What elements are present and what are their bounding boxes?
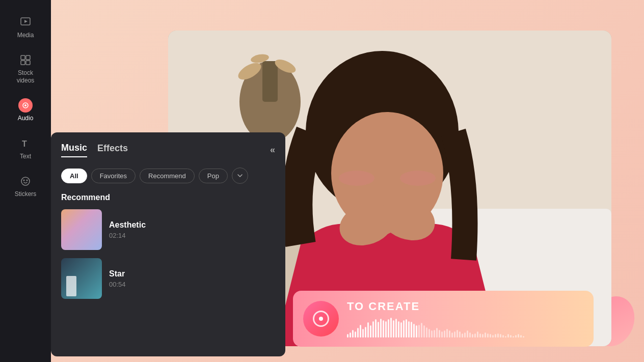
waveform-bar: [436, 328, 438, 338]
waveform-bar: [406, 319, 407, 338]
waveform-bar: [421, 323, 422, 338]
waveform-bar: [520, 335, 522, 338]
sidebar-item-text[interactable]: T Text: [5, 131, 46, 165]
waveform-bar: [383, 320, 384, 338]
waveform-bar: [505, 336, 506, 338]
waveform-bar: [362, 329, 364, 338]
audio-icon: [18, 98, 33, 113]
waveform-bar: [441, 331, 443, 338]
sidebar-item-audio-label: Audio: [18, 115, 34, 122]
sidebar-item-stickers-label: Stickers: [15, 190, 37, 198]
svg-point-11: [26, 179, 28, 181]
filter-all[interactable]: All: [61, 169, 87, 183]
filter-recommend[interactable]: Recommend: [140, 169, 195, 183]
waveform-bar: [467, 330, 468, 338]
waveform-bar: [457, 330, 458, 338]
media-icon: [18, 15, 33, 30]
music-duration-aesthetic: 02:14: [109, 232, 275, 239]
sidebar-item-media-label: Media: [17, 32, 34, 39]
waveform-bar: [474, 333, 476, 338]
sidebar-item-stock-label: Stock videos: [9, 69, 42, 84]
waveform-bar: [485, 332, 486, 338]
player-disc-dot: [319, 317, 323, 321]
left-sidebar: Media Stock videos Audio T: [0, 0, 51, 362]
waveform-bar: [418, 325, 420, 338]
waveform-bar: [495, 334, 496, 338]
sidebar-item-audio[interactable]: Audio: [5, 93, 46, 127]
player-disc: [303, 301, 339, 337]
waveform-bar: [518, 334, 519, 338]
waveform-bar: [360, 325, 361, 338]
waveform-bar: [462, 333, 463, 338]
waveform-bar: [380, 319, 382, 338]
waveform-bar: [352, 330, 354, 338]
waveform-bar: [515, 335, 517, 338]
waveform-bar: [431, 330, 433, 338]
svg-rect-3: [26, 55, 30, 60]
waveform-bar: [378, 322, 379, 338]
sidebar-item-media[interactable]: Media: [5, 10, 46, 44]
tab-music[interactable]: Music: [61, 143, 87, 157]
filter-favorites[interactable]: Favorites: [91, 169, 136, 183]
waveform-bar: [411, 322, 412, 338]
svg-point-9: [21, 177, 30, 185]
waveform-bar: [459, 331, 461, 338]
sidebar-item-text-label: Text: [20, 153, 31, 160]
waveform-bar: [472, 334, 473, 338]
waveform-bar: [403, 320, 405, 338]
music-info-star: Star 00:54: [109, 269, 275, 288]
waveform-bar: [388, 319, 389, 338]
waveform-bar: [372, 321, 374, 338]
waveform-bar: [490, 334, 491, 338]
sidebar-item-stock-videos[interactable]: Stock videos: [5, 48, 46, 89]
waveform-bar: [492, 335, 494, 338]
music-item-star[interactable]: Star 00:54: [61, 258, 275, 299]
waveform-bar: [454, 331, 455, 338]
filter-row: All Favorites Recommend Pop: [61, 168, 275, 184]
music-thumbnail-aesthetic: [61, 209, 102, 250]
waveform-bar: [357, 328, 359, 338]
svg-point-24: [339, 171, 374, 186]
svg-rect-2: [21, 55, 25, 60]
filter-pop[interactable]: Pop: [199, 169, 228, 183]
waveform-bar: [497, 333, 499, 338]
waveform-bar: [428, 329, 430, 338]
section-heading-recommend: Recommend: [61, 193, 275, 202]
music-panel: Music Effects « All Favorites Recommend …: [51, 132, 285, 356]
player-disc-inner: [313, 311, 329, 327]
stock-videos-icon: [18, 53, 33, 67]
waveform-bar: [408, 321, 410, 338]
waveform-bar: [523, 336, 524, 338]
waveform-bar: [350, 332, 351, 338]
waveform-bar: [413, 324, 415, 338]
waveform-bar: [347, 334, 348, 338]
waveform-bar: [439, 330, 440, 338]
waveform-bar: [385, 321, 387, 338]
waveform-bar: [482, 334, 484, 338]
stickers-icon: [18, 174, 33, 188]
waveform-bar: [479, 333, 481, 338]
waveform-bar: [390, 318, 392, 338]
sidebar-item-stickers[interactable]: Stickers: [5, 169, 46, 203]
svg-point-25: [400, 171, 436, 186]
waveform-bar: [451, 332, 453, 338]
tab-effects[interactable]: Effects: [97, 143, 128, 157]
svg-rect-5: [26, 61, 30, 65]
waveform-bar: [393, 320, 394, 338]
waveform-bar: [449, 330, 450, 338]
music-thumbnail-star: [61, 258, 102, 299]
svg-rect-4: [21, 61, 25, 65]
filter-dropdown-button[interactable]: [232, 168, 248, 184]
svg-marker-1: [24, 20, 28, 23]
text-icon: T: [18, 136, 33, 151]
panel-close-button[interactable]: «: [270, 145, 275, 155]
music-title-star: Star: [109, 269, 275, 279]
svg-point-7: [24, 104, 26, 106]
music-item-aesthetic[interactable]: Aesthetic 02:14: [61, 209, 275, 250]
waveform-bar: [375, 319, 377, 338]
player-content: TO CREATE: [347, 300, 583, 338]
music-duration-star: 00:54: [109, 281, 275, 288]
svg-point-10: [23, 179, 25, 181]
waveform-bar: [500, 334, 501, 338]
waveform: [347, 317, 583, 338]
